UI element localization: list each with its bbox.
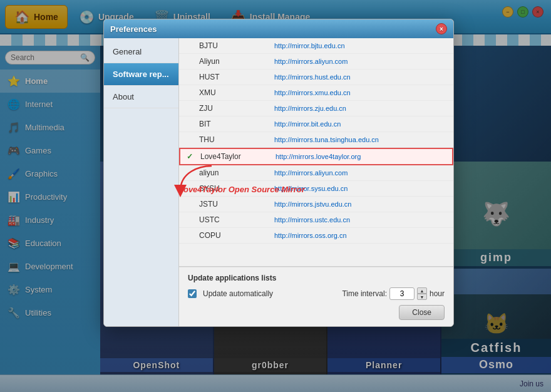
name-aliyun2: aliyun xyxy=(199,168,274,177)
name-bit: BIT xyxy=(199,120,274,128)
close-button[interactable]: Close xyxy=(399,305,445,320)
url-ustc: http://mirrors.ustc.edu.cn xyxy=(274,216,447,224)
mirror-row-hust[interactable]: HUST http://mirrors.hust.edu.cn xyxy=(179,70,453,85)
modal-nav-general[interactable]: General xyxy=(104,41,178,63)
modal-footer: Update applications lists Update automat… xyxy=(179,267,453,326)
name-hust: HUST xyxy=(199,73,274,81)
mirror-row-xmu[interactable]: XMU http://mirrors.xmu.edu.cn xyxy=(179,85,453,101)
update-section-title: Update applications lists xyxy=(188,274,445,282)
url-sysu: http://mirror.sysu.edu.cn xyxy=(274,185,447,192)
mirror-row-thu[interactable]: THU http://mirrors.tuna.tsinghua.edu.cn xyxy=(179,132,453,148)
mirror-row-jstu[interactable]: JSTU http://mirrors.jstvu.edu.cn xyxy=(179,197,453,212)
modal-close-button[interactable]: × xyxy=(436,23,447,34)
modal-title: Preferences xyxy=(110,24,157,34)
time-interval-label: Time interval: xyxy=(342,289,387,298)
modal-titlebar: Preferences × xyxy=(104,19,453,38)
url-jstu: http://mirrors.jstvu.edu.cn xyxy=(274,200,447,208)
name-ustc: USTC xyxy=(199,215,274,224)
url-hust: http://mirrors.hust.edu.cn xyxy=(274,73,447,81)
modal-content: BJTU http://mirror.bjtu.edu.cn Aliyun ht… xyxy=(179,38,453,326)
modal-overlay: Preferences × General Software rep... Ab… xyxy=(0,0,551,392)
name-bjtu: BJTU xyxy=(199,41,274,50)
mirror-row-zju[interactable]: ZJU http://mirrors.zju.edu.cn xyxy=(179,101,453,116)
url-aliyun2: http://mirrors.aliyun.com xyxy=(274,169,447,177)
url-thu: http://mirrors.tuna.tsinghua.edu.cn xyxy=(274,136,447,143)
update-auto-checkbox[interactable] xyxy=(188,289,197,298)
mirror-row-love4taylor[interactable]: ✓ Love4Taylor http://mirrors.love4taylor… xyxy=(179,148,453,165)
spin-down-button[interactable]: ▼ xyxy=(417,294,427,300)
mirror-row-sysu[interactable]: SYSU http://mirror.sysu.edu.cn xyxy=(179,181,453,197)
url-bjtu: http://mirror.bjtu.edu.cn xyxy=(274,42,447,49)
close-btn-row: Close xyxy=(188,305,445,320)
mirror-row-aliyun2[interactable]: aliyun http://mirrors.aliyun.com xyxy=(179,165,453,181)
mirror-row-bit[interactable]: BIT http://mirror.bit.edu.cn xyxy=(179,116,453,132)
url-zju: http://mirrors.zju.edu.cn xyxy=(274,105,447,112)
url-love4taylor: http://mirrors.love4taylor.org xyxy=(276,153,446,160)
name-sysu: SYSU xyxy=(199,184,274,193)
url-copu: http://mirrors.oss.org.cn xyxy=(274,232,447,239)
modal-nav-about[interactable]: About xyxy=(104,86,178,108)
name-aliyun: Aliyun xyxy=(199,57,274,66)
mirror-row-copu[interactable]: COPU http://mirrors.oss.org.cn xyxy=(179,228,453,244)
check-love4taylor: ✓ xyxy=(187,152,197,161)
url-aliyun: http://mirrors.aliyun.com xyxy=(274,58,447,65)
name-zju: ZJU xyxy=(199,104,274,113)
name-thu: THU xyxy=(199,135,274,144)
mirror-row-bjtu[interactable]: BJTU http://mirror.bjtu.edu.cn xyxy=(179,38,453,54)
name-xmu: XMU xyxy=(199,88,274,97)
url-xmu: http://mirrors.xmu.edu.cn xyxy=(274,89,447,96)
mirror-row-ustc[interactable]: USTC http://mirrors.ustc.edu.cn xyxy=(179,212,453,228)
spin-up-button[interactable]: ▲ xyxy=(417,287,427,294)
name-jstu: JSTU xyxy=(199,200,274,209)
mirror-row-aliyun[interactable]: Aliyun http://mirrors.aliyun.com xyxy=(179,54,453,70)
time-interval: Time interval: ▲ ▼ hour xyxy=(342,287,445,300)
url-bit: http://mirror.bit.edu.cn xyxy=(274,120,447,128)
preferences-modal: Preferences × General Software rep... Ab… xyxy=(103,19,454,327)
modal-nav-software-rep[interactable]: Software rep... xyxy=(104,63,178,86)
name-love4taylor: Love4Taylor xyxy=(200,152,276,161)
modal-body: General Software rep... About BJTU http:… xyxy=(104,38,453,326)
interval-input[interactable] xyxy=(389,287,415,300)
update-auto-label: Update automatically xyxy=(203,289,273,298)
spin-buttons: ▲ ▼ xyxy=(417,287,427,300)
mirror-table[interactable]: BJTU http://mirror.bjtu.edu.cn Aliyun ht… xyxy=(179,38,453,267)
name-copu: COPU xyxy=(199,231,274,240)
modal-sidebar: General Software rep... About xyxy=(104,38,179,326)
update-row: Update automatically Time interval: ▲ ▼ … xyxy=(188,287,445,300)
hour-label: hour xyxy=(430,289,445,298)
